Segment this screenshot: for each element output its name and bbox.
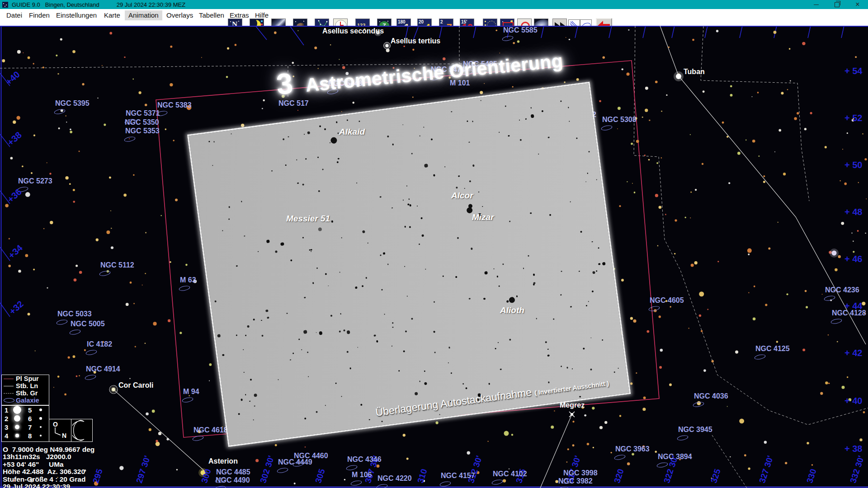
menu-item-einstellungen[interactable]: Einstellungen xyxy=(52,10,100,20)
overlay-star-dot xyxy=(311,249,312,251)
overlay-star-dot xyxy=(434,352,436,353)
overlay-star-dot xyxy=(508,135,510,137)
overlay-star-dot xyxy=(387,264,389,265)
overlay-star-dot xyxy=(222,354,224,357)
overlay-star-dot xyxy=(409,198,410,200)
dso-label: NGC 4449 xyxy=(278,458,312,466)
overlay-star-dot xyxy=(465,387,467,389)
overlay-star-dot xyxy=(341,396,342,397)
overlay-star-dot xyxy=(380,255,382,256)
overlay-star-dot xyxy=(411,153,413,154)
overlay-star-dot xyxy=(411,318,413,320)
star-chart[interactable]: Überlagerung Autostackaufnahme ( Inverti… xyxy=(0,26,868,488)
overlay-star-dot xyxy=(433,174,435,177)
overlay-star-dot xyxy=(424,371,426,372)
overlay-star-dot xyxy=(533,284,535,286)
overlay-star-dot xyxy=(298,338,300,340)
dso-label: NGC 4485 xyxy=(216,468,250,476)
status-line: O 7.9000 deg N49.9667 deg xyxy=(3,446,94,453)
dso-label: NGC 5350 xyxy=(125,118,159,127)
overlay-star-dot xyxy=(381,421,383,422)
overlay-star-dot xyxy=(570,306,572,308)
legend-label: Stb. Gr xyxy=(16,389,38,397)
overlay-star-dot xyxy=(241,201,242,202)
overlay-star-dot xyxy=(359,121,360,122)
status-line: Stufen-Größe 4 : 20 Grad xyxy=(3,476,94,483)
overlay-star-dot xyxy=(613,371,615,373)
overlay-star-dot xyxy=(335,382,337,384)
overlay-star-dot xyxy=(423,127,424,128)
overlay-star-dot xyxy=(236,334,237,336)
overlay-star-dot xyxy=(467,121,468,122)
overlay-star-dot xyxy=(307,131,311,134)
overlay-star-dot xyxy=(590,369,592,371)
overlay-star-dot xyxy=(457,237,459,239)
overlay-star-dot xyxy=(569,121,570,122)
overlay-star-dot xyxy=(560,294,561,296)
overlay-star-dot xyxy=(405,330,407,333)
overlay-star-dot xyxy=(498,285,500,287)
status-line: 13h11m32s J2000.0 xyxy=(3,453,94,460)
overlay-star-dot xyxy=(549,214,552,216)
overlay-star-dot xyxy=(419,381,420,382)
restore-button[interactable] xyxy=(826,0,847,9)
overlay-star-dot xyxy=(509,296,515,303)
compass-box: O N xyxy=(49,419,71,442)
star-label: Tuban xyxy=(684,68,705,76)
overlay-star-dot xyxy=(592,241,593,243)
mag-number: 2 xyxy=(5,415,8,422)
legend-item: Stb. Gr xyxy=(2,389,49,397)
overlay-star-dot xyxy=(424,164,428,168)
overlay-star-dot xyxy=(288,136,289,137)
overlay-star-dot xyxy=(588,301,590,302)
menu-item-overlays[interactable]: Overlays xyxy=(163,10,197,20)
overlay-star-dot xyxy=(392,322,394,324)
overlay-star-dot xyxy=(414,392,418,395)
overlay-star-dot xyxy=(392,207,393,209)
magnitude-row: 48 xyxy=(2,432,49,440)
overlay-star-dot xyxy=(318,227,322,231)
overlay-star-dot xyxy=(280,242,284,246)
overlay-star-dot xyxy=(308,376,309,377)
overlay-star-dot xyxy=(420,217,422,219)
overlay-star-dot xyxy=(328,286,329,286)
star-label: Asellus tertius xyxy=(391,37,440,45)
overlay-star-dot xyxy=(325,273,327,275)
dso-label: NGC 5585 xyxy=(503,26,538,34)
overlay-star-dot xyxy=(598,247,600,249)
overlay-star-dot xyxy=(425,268,426,269)
overlay-star-dot xyxy=(324,128,326,130)
overlay-star-dot xyxy=(311,251,311,252)
overlay-star-dot xyxy=(283,138,285,141)
overlay-star-dot xyxy=(381,289,382,291)
overlay-star-dot xyxy=(253,419,254,420)
legend-symbol-dash xyxy=(4,393,14,394)
menu-item-finden[interactable]: Finden xyxy=(25,10,53,20)
mag-number: 8 xyxy=(28,432,32,440)
menu-item-datei[interactable]: Datei xyxy=(3,10,26,20)
overlay-star-dot xyxy=(509,339,511,341)
close-button[interactable]: × xyxy=(847,0,868,9)
legend-item: Stb. Ln xyxy=(2,382,49,389)
menu-item-karte[interactable]: Karte xyxy=(100,10,124,20)
menu-item-tabellen[interactable]: Tabellen xyxy=(195,10,228,20)
overlay-star-dot xyxy=(545,341,547,343)
overlay-star-dot xyxy=(530,212,532,214)
magnitude-row: 26 xyxy=(2,414,49,423)
overlay-star-dot xyxy=(392,346,392,347)
overlay-star-dot xyxy=(356,182,357,183)
overlay-star-dot xyxy=(592,291,594,293)
overlay-star-dot xyxy=(339,331,341,333)
mag-number: 1 xyxy=(5,406,8,414)
minimize-button[interactable] xyxy=(806,0,826,9)
dso-label: NGC 3945 xyxy=(678,426,712,434)
overlay-star-dot xyxy=(254,393,257,397)
overlay-caption-sub: ( Invertierter Ausschnitt ) xyxy=(534,380,609,397)
title-bar: GUIDE 9.0 Bingen, Deutschland 29 Jul 202… xyxy=(0,0,868,9)
menu-item-animation[interactable]: Animation xyxy=(125,10,162,20)
overlay-star-dot xyxy=(519,120,520,121)
overlay-star-dot xyxy=(431,138,433,141)
overlay-star-dot xyxy=(330,315,332,317)
legend-symbol-red xyxy=(4,379,14,379)
overlay-star-dot xyxy=(404,266,405,267)
